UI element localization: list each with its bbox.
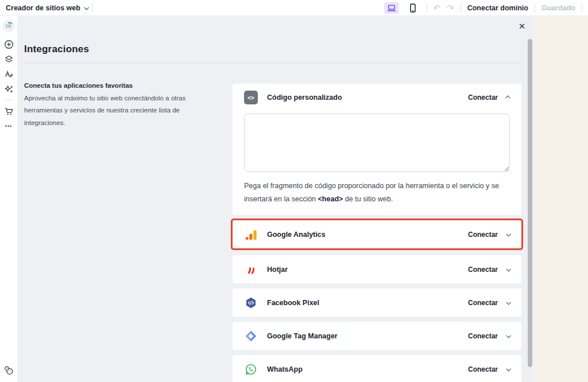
intro-body: Aprovecha al máximo tu sitio web conectá… xyxy=(24,92,214,129)
undo-button[interactable]: ↶ xyxy=(434,3,441,12)
custom-code-body: Pega el fragmento de código proporcionad… xyxy=(233,111,521,215)
design-pen-icon xyxy=(4,69,14,79)
connect-button[interactable]: Conectar xyxy=(468,332,498,340)
integration-row-google-analytics[interactable]: Google Analytics Conectar xyxy=(233,220,521,248)
chevron-down-icon xyxy=(84,5,88,10)
connect-button[interactable]: Conectar xyxy=(468,93,498,102)
integration-row-whatsapp[interactable]: WhatsApp Conectar xyxy=(233,355,521,382)
builder-logo-icon[interactable] xyxy=(2,20,15,32)
hotjar-icon xyxy=(244,263,258,276)
custom-code-icon: <> xyxy=(244,91,258,104)
integration-name: Google Analytics xyxy=(267,231,326,239)
google-tag-manager-icon xyxy=(244,329,258,343)
integration-name: Hotjar xyxy=(267,266,288,274)
integration-name: WhatsApp xyxy=(267,365,303,373)
annotation-highlight-box: Google Analytics Conectar xyxy=(233,220,521,248)
shopping-cart-icon xyxy=(4,107,14,116)
intro-heading: Conecta tus aplicaciones favoritas xyxy=(24,82,214,89)
desktop-view-button[interactable] xyxy=(384,2,399,14)
plus-circle-icon xyxy=(4,40,14,49)
sections-button[interactable] xyxy=(0,52,17,67)
integration-row-google-tag-manager[interactable]: Google Tag Manager Conectar xyxy=(233,322,521,350)
close-button[interactable]: ✕ xyxy=(517,21,527,32)
integration-list: <> Código personalizado Conectar Pega el… xyxy=(233,81,521,382)
smartphone-icon xyxy=(409,3,416,13)
divider xyxy=(92,3,93,12)
top-bar: Creador de sitios web ↶ ↷ Conectar domin… xyxy=(0,0,588,16)
sidebar-divider xyxy=(4,100,13,100)
connect-domain-button[interactable]: Conectar dominio xyxy=(467,4,528,12)
site-canvas-background xyxy=(534,16,588,382)
mobile-view-button[interactable] xyxy=(405,2,420,14)
integration-name: Google Tag Manager xyxy=(267,332,338,340)
page-title: Integraciones xyxy=(24,44,521,55)
chevron-down-icon[interactable] xyxy=(506,267,510,271)
divider xyxy=(535,3,535,12)
divider xyxy=(582,3,582,12)
connect-button[interactable]: Conectar xyxy=(468,266,498,274)
panel-scrollbar[interactable] xyxy=(528,39,532,367)
google-analytics-icon xyxy=(244,228,258,241)
connect-button[interactable]: Conectar xyxy=(468,365,498,373)
help-button[interactable] xyxy=(0,362,17,377)
custom-code-help: Pega el fragmento de código proporcionad… xyxy=(244,180,510,205)
custom-code-card: <> Código personalizado Conectar Pega el… xyxy=(233,84,521,215)
laptop-icon xyxy=(387,4,396,12)
styles-button[interactable] xyxy=(0,67,17,81)
site-menu-dropdown[interactable]: Creador de sitios web xyxy=(6,4,88,12)
whatsapp-icon xyxy=(244,362,258,376)
add-element-button[interactable] xyxy=(0,37,17,52)
integration-row-facebook-pixel[interactable]: Facebook Pixel Conectar xyxy=(233,289,521,317)
chevron-up-icon[interactable] xyxy=(505,95,510,100)
saved-status: Guardado xyxy=(541,4,575,12)
sparkles-icon xyxy=(4,84,14,94)
help-icon xyxy=(4,365,14,375)
chevron-down-icon[interactable] xyxy=(506,333,510,338)
redo-button[interactable]: ↷ xyxy=(447,3,454,12)
title-divider xyxy=(24,63,521,63)
more-tools-button[interactable]: ••• xyxy=(0,119,17,134)
head-tag-text: <head> xyxy=(318,195,343,203)
integrations-panel: ✕ Integraciones Conecta tus aplicaciones… xyxy=(17,16,534,382)
divider xyxy=(461,3,461,12)
integration-name: Facebook Pixel xyxy=(267,299,319,307)
code-icon: <> xyxy=(244,91,258,104)
help-text: de tu sitio web. xyxy=(343,195,393,203)
facebook-pixel-icon xyxy=(244,296,258,310)
layers-icon xyxy=(4,54,14,64)
custom-code-input[interactable] xyxy=(244,114,510,172)
store-button[interactable] xyxy=(0,104,17,119)
intro-text: Conecta tus aplicaciones favoritas Aprov… xyxy=(24,81,214,129)
divider xyxy=(427,3,427,12)
chevron-down-icon[interactable] xyxy=(506,367,510,371)
connect-button[interactable]: Conectar xyxy=(468,299,498,307)
site-menu-label: Creador de sitios web xyxy=(6,4,80,12)
integration-row-hotjar[interactable]: Hotjar Conectar xyxy=(233,255,521,283)
ai-tools-button[interactable] xyxy=(0,81,17,96)
chevron-down-icon[interactable] xyxy=(506,300,510,305)
integration-name: Código personalizado xyxy=(267,93,342,102)
chevron-down-icon[interactable] xyxy=(506,232,510,236)
connect-button[interactable]: Conectar xyxy=(468,231,498,239)
custom-code-header[interactable]: <> Código personalizado Conectar xyxy=(233,84,521,111)
left-sidebar: ••• xyxy=(0,16,17,382)
